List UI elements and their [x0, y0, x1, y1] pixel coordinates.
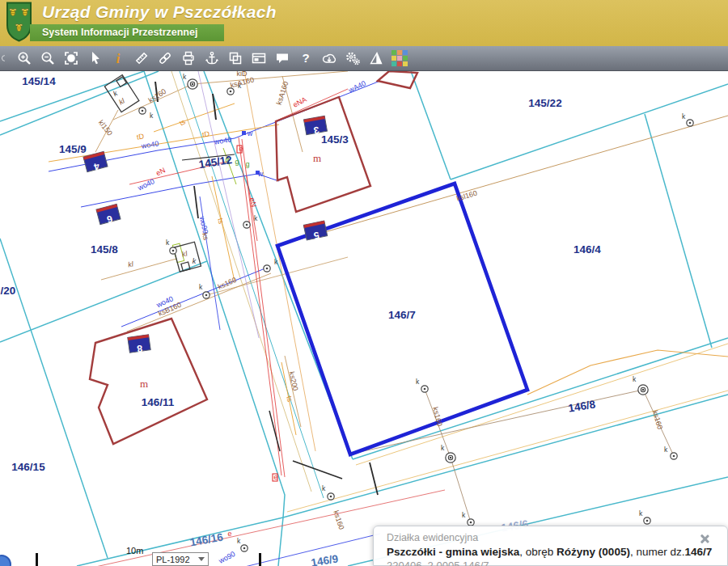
- parcel-label: 146/15: [11, 461, 45, 473]
- legend-color-swatch: [392, 61, 396, 66]
- utility-label: g: [235, 158, 239, 166]
- utility-labels: ks160ksA160ksA160kiDkl150wA40eNAwo40wo40…: [97, 71, 664, 565]
- survey-point-label: k: [199, 283, 203, 291]
- building-function-mark: m: [313, 152, 321, 164]
- utility-label: kl: [127, 260, 134, 268]
- survey-point-dot: [689, 122, 692, 125]
- scalebar: [36, 553, 261, 566]
- popup-parcel-id: 220406_2.0005.146/7: [387, 560, 714, 566]
- legend-grid-icon[interactable]: [392, 50, 408, 66]
- address-plate-number: 8: [136, 343, 143, 355]
- survey-point-label: k: [237, 537, 241, 545]
- app-title: Urząd Gminy w Pszczółkach: [42, 2, 277, 22]
- utility-label: e: [273, 473, 277, 481]
- utility-label: ks160: [332, 509, 345, 530]
- legend-color-swatch: [392, 56, 396, 61]
- layout-panels-icon[interactable]: [251, 50, 267, 66]
- parcel-label: 146/11: [142, 396, 175, 408]
- cloud-download-icon[interactable]: [321, 50, 337, 66]
- outbuildings: [104, 75, 201, 272]
- pyramid-icon[interactable]: [368, 50, 384, 66]
- legend-color-swatch: [403, 56, 408, 61]
- crs-select[interactable]: PL-1992: [152, 552, 209, 566]
- partial-left-icon[interactable]: [2, 50, 9, 66]
- parcel-label: 145/12: [198, 154, 233, 171]
- zoom-out-icon[interactable]: [40, 50, 56, 66]
- map-toolbar: i ?: [0, 46, 728, 71]
- crs-value: PL-1992: [156, 555, 190, 564]
- utility-lines-electric: [81, 89, 445, 566]
- popup-sep1: , obręb: [519, 546, 557, 558]
- utility-label: ksA160: [229, 76, 255, 90]
- survey-point-label: k: [441, 444, 445, 452]
- survey-point-dot: [205, 294, 208, 297]
- parcel-labels: 145/14145/9145/12145/3145/22146/4145/8/2…: [1, 75, 602, 566]
- settings-gears-icon[interactable]: [345, 50, 361, 66]
- legend-color-swatch: [403, 50, 408, 55]
- copy-frames-icon[interactable]: [227, 50, 243, 66]
- app-subtitle: System Informacji Przestrzennej: [42, 27, 197, 38]
- utility-label: kl: [181, 249, 189, 259]
- survey-point-dot: [243, 547, 246, 550]
- svg-text:?: ?: [302, 51, 309, 65]
- utility-label: wo40: [140, 139, 159, 150]
- legend-color-swatch: [397, 61, 402, 66]
- popup-municipality: Pszczółki - gmina wiejska: [387, 546, 519, 558]
- utility-label: ts: [178, 117, 187, 127]
- measure-icon[interactable]: [133, 50, 150, 66]
- legend-color-swatch: [397, 50, 402, 55]
- parcel-label: 145/3: [321, 133, 349, 146]
- zoom-in-icon[interactable]: [16, 50, 32, 66]
- utility-label: e: [227, 530, 231, 538]
- info-icon[interactable]: i: [110, 50, 126, 66]
- pointer-icon[interactable]: [87, 50, 103, 66]
- address-plate: 4: [83, 151, 108, 175]
- map-canvas[interactable]: kkkkkkkkkkkkkkkk ks160ksA160ksA160kiDkl1…: [0, 71, 728, 566]
- utility-label: wo40: [136, 177, 156, 192]
- app-header: Urząd Gminy w Pszczółkach System Informa…: [0, 0, 728, 46]
- utility-label: ks: [201, 232, 210, 242]
- parcel-label: /20: [1, 285, 16, 297]
- utility-label: ts: [216, 218, 226, 226]
- utility-label: ksA160: [275, 80, 290, 106]
- parcel-info-popup: Działka ewidencyjna Pszczółki - gmina wi…: [373, 526, 728, 566]
- utility-label: e: [239, 145, 243, 153]
- utility-label: w: [247, 129, 253, 137]
- survey-point-dot: [230, 91, 232, 93]
- help-icon[interactable]: ?: [298, 50, 314, 66]
- select-area-icon[interactable]: [63, 50, 79, 66]
- popup-parcel-number: 146/7: [684, 546, 712, 558]
- survey-point-dot: [246, 224, 248, 226]
- popup-parcel-line: Pszczółki - gmina wiejska, obręb Różyny …: [387, 546, 714, 558]
- address-plate: 5: [303, 221, 328, 243]
- link-icon[interactable]: [157, 50, 173, 66]
- parcel-label: 145/8: [91, 243, 118, 256]
- survey-point-label: k: [254, 214, 258, 222]
- survey-point-dot: [172, 250, 175, 252]
- map-viewport[interactable]: kkkkkkkkkkkkkkkk ks160ksA160ksA160kiDkl1…: [0, 71, 728, 566]
- utility-label: k: [112, 89, 119, 98]
- survey-point-dot: [470, 522, 472, 524]
- survey-point-label: k: [664, 446, 668, 454]
- parcel-label: 145/14: [22, 75, 56, 87]
- parcel-label: 145/22: [528, 97, 561, 109]
- anchor-icon[interactable]: [204, 50, 220, 66]
- close-icon[interactable]: [699, 534, 709, 544]
- survey-point-dot: [192, 83, 194, 86]
- building-function-mark: m: [140, 378, 148, 390]
- building-marks: mm: [140, 152, 321, 390]
- utility-label: g: [245, 160, 249, 168]
- comment-icon[interactable]: [274, 50, 290, 66]
- survey-point-label: k: [416, 378, 420, 386]
- legend-color-swatch: [403, 61, 408, 66]
- parcel-label: 146/4: [574, 243, 601, 256]
- utility-label: ks160: [217, 276, 238, 291]
- utility-label: k: [193, 257, 197, 265]
- address-plate: 8: [128, 335, 151, 356]
- survey-point-dot: [424, 388, 426, 391]
- survey-point-dot: [142, 110, 144, 112]
- utility-label: wA40: [346, 79, 367, 95]
- print-icon[interactable]: [180, 50, 197, 66]
- utility-label: ks200: [288, 371, 300, 392]
- survey-point-label: k: [166, 239, 170, 247]
